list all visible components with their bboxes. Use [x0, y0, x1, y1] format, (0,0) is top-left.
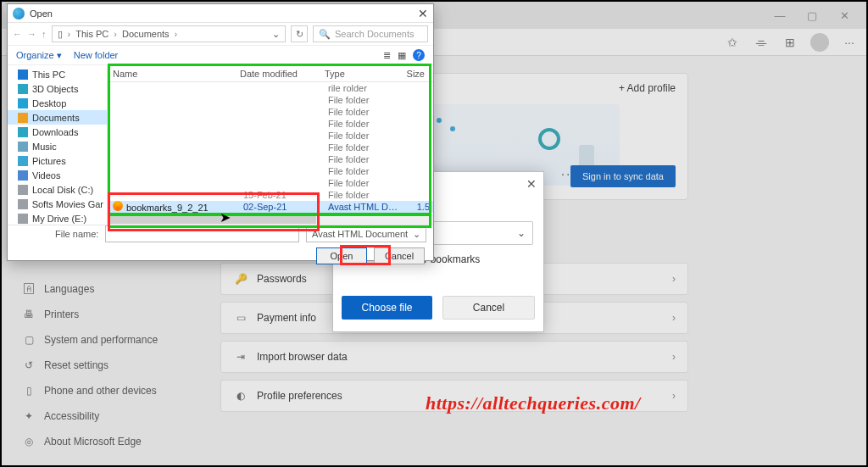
tree-documents[interactable]: Documents	[8, 110, 107, 125]
sidebar-item-printers[interactable]: 🖶Printers	[22, 302, 192, 327]
edge-browser-window: ⚙ Settings × ⚙ Settings × ☆ Favorites × …	[2, 2, 866, 465]
chevron-down-icon: ⌄	[413, 229, 420, 240]
file-type-filter[interactable]: Avast HTML Document ⌄	[306, 225, 426, 242]
list-item[interactable]: File folder	[108, 94, 433, 106]
col-name[interactable]: Name	[108, 69, 235, 79]
collections-icon[interactable]: ⊞	[782, 34, 798, 51]
import-data-item[interactable]: ⇥Import browser data ›	[220, 341, 688, 373]
chevron-right-icon: ›	[672, 273, 676, 285]
tree-pictures[interactable]: Pictures	[8, 153, 107, 168]
cancel-button[interactable]: Cancel	[374, 247, 425, 264]
column-headers[interactable]: Name Date modified Type Size	[108, 65, 433, 82]
list-item[interactable]: File folder	[108, 118, 433, 130]
address-bar: ← → ↑ ▯ › This PC › Documents › ⌄ ↻ 🔍 Se…	[8, 23, 433, 45]
tree-softs[interactable]: Softs Movies Gar	[8, 197, 107, 211]
more-icon[interactable]: ···	[841, 34, 858, 51]
breadcrumb-segment[interactable]: Documents	[122, 29, 170, 39]
reset-icon: ↺	[22, 359, 36, 371]
file-list[interactable]: Name Date modified Type Size rile rolder…	[108, 65, 433, 225]
sidebar-item-accessibility[interactable]: ✦Accessibility	[22, 403, 192, 429]
filename-label: File name:	[14, 229, 98, 239]
tree-my-drive-e[interactable]: My Drive (E:)	[8, 211, 107, 225]
close-button[interactable]: ✕	[832, 9, 856, 22]
chevron-right-icon: ›	[672, 312, 676, 324]
list-item[interactable]: rile rolder	[108, 82, 433, 94]
nav-up-button[interactable]: ↑	[42, 29, 47, 39]
sidebar-item-about[interactable]: ◎About Microsoft Edge	[22, 429, 192, 454]
sidebar-item-reset[interactable]: ↺Reset settings	[22, 353, 192, 378]
watermark-url: https://alltechqueries.com/	[426, 392, 641, 414]
chevron-right-icon: ›	[672, 351, 676, 363]
dialog-footer: File name: Avast HTML Document ⌄ Open Ca…	[8, 225, 433, 260]
list-item[interactable]: File folder	[108, 130, 433, 142]
sidebar-item-phone[interactable]: ▯Phone and other devices	[22, 378, 192, 403]
col-size[interactable]: Size	[396, 69, 430, 79]
new-folder-button[interactable]: New folder	[74, 50, 119, 61]
settings-sidebar: 🄰Languages 🖶Printers ▢System and perform…	[22, 276, 192, 454]
search-icon: 🔍	[319, 29, 331, 40]
file-rows: rile rolder File folder File folder File…	[108, 82, 433, 225]
card-icon: ▭	[233, 312, 248, 324]
profile-icon: ◐	[233, 390, 248, 402]
col-date[interactable]: Date modified	[235, 69, 320, 79]
window-controls: — ▢ ✕	[761, 9, 863, 22]
organize-menu[interactable]: Organize ▾	[16, 50, 62, 61]
sidebar-item-languages[interactable]: 🄰Languages	[22, 276, 192, 302]
search-input[interactable]: 🔍 Search Documents	[313, 25, 428, 42]
html-file-icon	[113, 201, 123, 211]
horizontal-scrollbar[interactable]	[108, 214, 433, 225]
tree-music[interactable]: Music	[8, 139, 107, 153]
folder-tree[interactable]: This PC 3D Objects Desktop Documents Dow…	[8, 65, 108, 225]
command-bar: Organize ▾ New folder ≣ ▦ ?	[8, 45, 433, 65]
tree-desktop[interactable]: Desktop	[8, 96, 107, 110]
cancel-button[interactable]: Cancel	[442, 296, 535, 320]
chevron-right-icon: ›	[672, 390, 676, 402]
list-item[interactable]: File folder	[108, 142, 433, 153]
folder-icon: ▯	[58, 29, 63, 40]
nav-back-button[interactable]: ←	[13, 29, 22, 39]
list-item[interactable]: File folder	[108, 165, 433, 177]
nav-forward-button[interactable]: →	[27, 29, 36, 39]
help-icon[interactable]: ?	[413, 49, 425, 61]
system-icon: ▢	[22, 334, 36, 346]
language-icon: 🄰	[22, 283, 36, 295]
phone-icon: ▯	[22, 385, 36, 397]
add-profile-button[interactable]: + Add profile	[619, 82, 676, 94]
tree-3d-objects[interactable]: 3D Objects	[8, 81, 107, 96]
breadcrumb-segment[interactable]: This PC	[75, 29, 108, 39]
sidebar-item-system[interactable]: ▢System and performance	[22, 327, 192, 353]
dialog-close-button[interactable]: ✕	[418, 7, 428, 20]
file-open-dialog: Open ✕ ← → ↑ ▯ › This PC › Documents › ⌄…	[7, 3, 434, 261]
breadcrumb[interactable]: ▯ › This PC › Documents › ⌄	[52, 25, 287, 42]
tree-local-disk-c[interactable]: Local Disk (C:)	[8, 182, 107, 197]
edge-app-icon	[13, 8, 25, 19]
view-list-icon[interactable]: ≣	[383, 50, 391, 61]
key-icon: 🔑	[233, 273, 248, 285]
tree-this-pc[interactable]: This PC	[8, 67, 107, 81]
dialog-titlebar: Open ✕	[8, 4, 433, 23]
choose-file-button[interactable]: Choose file	[342, 296, 432, 320]
addfav-icon[interactable]: ⌯	[753, 34, 770, 51]
chevron-down-icon[interactable]: ⌄	[272, 29, 280, 40]
favorites-icon[interactable]: ✩	[724, 34, 741, 51]
list-item[interactable]: 15-Feb-21File folder	[108, 189, 433, 201]
sign-in-sync-button[interactable]: Sign in to sync data	[570, 165, 676, 187]
import-icon: ⇥	[233, 351, 248, 363]
tree-downloads[interactable]: Downloads	[8, 125, 107, 139]
accessibility-icon: ✦	[22, 410, 36, 422]
col-type[interactable]: Type	[320, 69, 396, 79]
list-item[interactable]: File folder	[108, 106, 433, 118]
maximize-button[interactable]: ▢	[800, 9, 824, 22]
profile-avatar[interactable]	[810, 33, 829, 52]
list-item[interactable]: File folder	[108, 177, 433, 189]
filename-input[interactable]	[105, 225, 299, 242]
list-item[interactable]: File folder	[108, 153, 433, 165]
list-item-selected[interactable]: bookmarks_9_2_21 02-Sep-21 Avast HTML Do…	[108, 201, 433, 213]
tree-videos[interactable]: Videos	[8, 168, 107, 182]
view-preview-icon[interactable]: ▦	[398, 50, 406, 61]
refresh-button[interactable]: ↻	[291, 25, 308, 42]
chevron-down-icon: ⌄	[517, 227, 526, 239]
open-button[interactable]: Open	[316, 247, 367, 264]
minimize-button[interactable]: —	[768, 9, 792, 22]
printer-icon: 🖶	[22, 309, 36, 320]
